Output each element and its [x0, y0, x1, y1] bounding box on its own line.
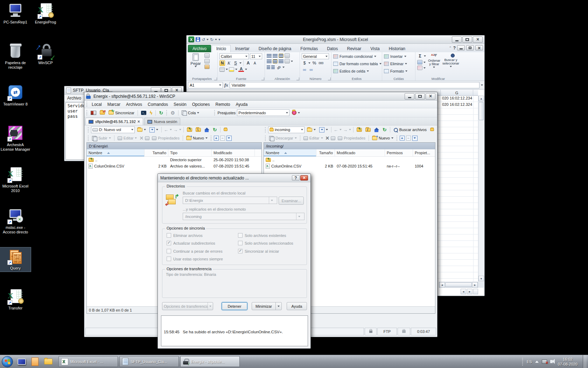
tab-insertar[interactable]: Insertar	[231, 45, 254, 52]
pinned-app-icon-1[interactable]	[17, 357, 27, 367]
vertical-scrollbar[interactable]: ▲ ▼	[478, 96, 484, 281]
sheet-scroll-left-icon[interactable]: ◄	[461, 289, 466, 294]
ribbon-collapse-icon[interactable]: ⌃	[449, 46, 451, 50]
decrease-indent-icon[interactable]	[267, 66, 270, 69]
show-desktop-button[interactable]	[583, 355, 587, 368]
copy-icon[interactable]	[204, 59, 210, 63]
scroll-left-icon[interactable]: ◄	[439, 282, 445, 288]
local-edit-button[interactable]: Editar	[117, 135, 138, 142]
file-row-colunonline[interactable]: ColunOnline.CSV 2 KB 07-08-2020 15:51:45…	[264, 163, 435, 169]
tab-formulas[interactable]: Fórmulas	[296, 45, 322, 52]
synchronize-browsing-button[interactable]: ⇄	[99, 109, 106, 116]
name-box[interactable]: A1	[188, 82, 223, 88]
volume-icon[interactable]	[550, 360, 553, 363]
local-properties-button[interactable]: Propiedades	[151, 135, 181, 142]
column-header-nombre[interactable]: Nombre	[87, 149, 145, 156]
back-icon[interactable]: ←	[334, 128, 338, 132]
font-name-combo[interactable]: Calibri	[219, 53, 249, 59]
pinned-app-icon-2[interactable]	[30, 357, 40, 367]
underline-button[interactable]: S	[233, 60, 238, 66]
local-dir-combo[interactable]: D:\Energix	[183, 197, 277, 204]
preset-combo[interactable]: Predeterminado	[237, 109, 289, 116]
local-home-directory-button[interactable]	[203, 126, 210, 133]
clear-icon[interactable]	[417, 66, 422, 70]
remote-unselect-icon[interactable]: −	[406, 136, 411, 141]
menu-archivo[interactable]: Archivo	[67, 96, 81, 101]
transfer-options-button[interactable]	[291, 109, 301, 116]
workbook-restore-button[interactable]	[466, 45, 474, 50]
menu-remoto[interactable]: Remoto	[213, 101, 232, 108]
tab-inicio[interactable]: Inicio	[212, 45, 231, 52]
tab-diseno[interactable]: Diseño de página	[254, 45, 296, 52]
help-button[interactable]	[292, 175, 300, 180]
find-files-button[interactable]: Buscar archivos	[392, 126, 428, 133]
desktop-icon-excel-2010[interactable]: X Microsoft Excel 2010	[0, 165, 31, 194]
clock[interactable]: 16:02 07-08-2020	[558, 357, 578, 367]
close-tab-icon[interactable]: ×	[138, 120, 140, 124]
cell-styles-button[interactable]: Estilos de celda	[333, 68, 382, 74]
desktop-icon-query[interactable]: 110100101001001010010010 Query	[0, 247, 31, 272]
pinned-explorer-icon[interactable]	[43, 357, 53, 367]
transfer-settings-button[interactable]: ϟ	[149, 109, 153, 116]
font-dialog-launcher[interactable]	[261, 77, 264, 80]
tab-historian[interactable]: Historian	[384, 45, 410, 52]
currency-button[interactable]: $	[302, 60, 307, 66]
queue-button[interactable]: Cola	[181, 109, 201, 116]
local-select-icon[interactable]: +	[214, 136, 219, 141]
taskbar-button-excel[interactable]: Microsoft Excel - ...	[58, 356, 118, 367]
tab-datos[interactable]: Datos	[322, 45, 342, 52]
align-bottom-icon[interactable]	[279, 54, 284, 58]
local-refresh-button[interactable]: ↻	[212, 126, 218, 133]
local-rename-icon[interactable]	[145, 136, 149, 140]
remote-properties-button[interactable]: Propiedades	[337, 135, 366, 142]
excel-titlebar[interactable]: X ↺ ↻ ▾ EnergixProg.xlsm - Microsoft Exc…	[187, 35, 484, 44]
remote-filter-toggle-icon[interactable]	[412, 136, 418, 141]
column-header-modificado[interactable]: Modificado	[335, 149, 385, 156]
horizontal-scrollbar[interactable]: ◄ ►	[439, 282, 478, 288]
remote-directory-combo[interactable]: incoming	[268, 127, 304, 133]
dialog-titlebar[interactable]: Manteniendo el directorio remoto actuali…	[158, 174, 310, 182]
tab-revisar[interactable]: Revisar	[343, 45, 366, 52]
comma-style-button[interactable]: 000	[318, 60, 324, 66]
sheet-scroll-right-icon[interactable]: ►	[467, 289, 472, 294]
remote-delete-icon[interactable]: ✕	[326, 136, 330, 141]
desktop-icon-pc-servrep1[interactable]: PC-ServRep1	[0, 1, 31, 26]
menu-local[interactable]: Local	[90, 101, 104, 108]
close-button[interactable]	[473, 36, 483, 43]
desktop-icon-mstsc[interactable]: mstsc.exe - Acceso directo	[0, 207, 31, 236]
formula-input[interactable]: Variable	[230, 82, 479, 88]
local-filter-button[interactable]	[148, 126, 159, 133]
remote-new-button[interactable]: +Nuevo	[371, 135, 394, 142]
session-tab-active[interactable]: sftpchile@45.56.71.192 ×	[85, 118, 143, 125]
bold-button[interactable]: N	[219, 60, 225, 66]
remote-parent-directory-button[interactable]: ↰	[356, 126, 363, 133]
desktop-icon-transfer[interactable]: X Transfer	[0, 287, 31, 312]
desktop-icon-winscp[interactable]: ↑↓ WinSCP	[30, 42, 61, 66]
desktop-icon-recycle-bin[interactable]: Papelera de reciclaje	[0, 42, 31, 71]
network-status-icon[interactable]	[542, 360, 547, 364]
show-hidden-icons-icon[interactable]	[535, 361, 539, 363]
tab-vista[interactable]: Vista	[366, 45, 384, 52]
taskbar-button-winscp[interactable]: ↓ Energix - sftpchile...	[180, 356, 240, 367]
menu-comandos[interactable]: Comandos	[146, 101, 170, 108]
transfer-options-split-button[interactable]: Opciones de transferencia...	[162, 302, 213, 310]
maximize-button[interactable]	[462, 36, 472, 43]
find-select-button[interactable]: Buscar y seleccionar	[442, 53, 459, 67]
fill-icon[interactable]	[417, 60, 422, 64]
checkbox-usar-opciones[interactable]: Usar estas opciones siempre	[167, 257, 223, 261]
checkbox-continuar-errores[interactable]: Continuar a pesar de errores	[167, 249, 223, 253]
insert-cells-button[interactable]: Insertar	[384, 53, 407, 60]
menu-opciones[interactable]: Opciones	[190, 101, 212, 108]
fill-color-icon[interactable]	[229, 67, 234, 72]
clipboard-dialog-launcher[interactable]	[214, 77, 217, 80]
decrease-decimal-icon[interactable]: 00	[308, 67, 314, 73]
number-dialog-launcher[interactable]	[328, 77, 331, 80]
sort-filter-button[interactable]: Ordenar y filtrar	[427, 53, 441, 68]
open-console-button[interactable]: >_	[140, 109, 147, 116]
remote-dir-combo[interactable]: /incoming	[183, 213, 304, 220]
local-parent-directory-button[interactable]: ↰	[186, 126, 193, 133]
browse-button[interactable]: Examinar...	[279, 197, 304, 205]
shrink-font-button[interactable]: A	[252, 60, 258, 66]
autosum-button[interactable]: Σ	[417, 53, 423, 59]
menu-ayuda[interactable]: Ayuda	[234, 101, 250, 108]
